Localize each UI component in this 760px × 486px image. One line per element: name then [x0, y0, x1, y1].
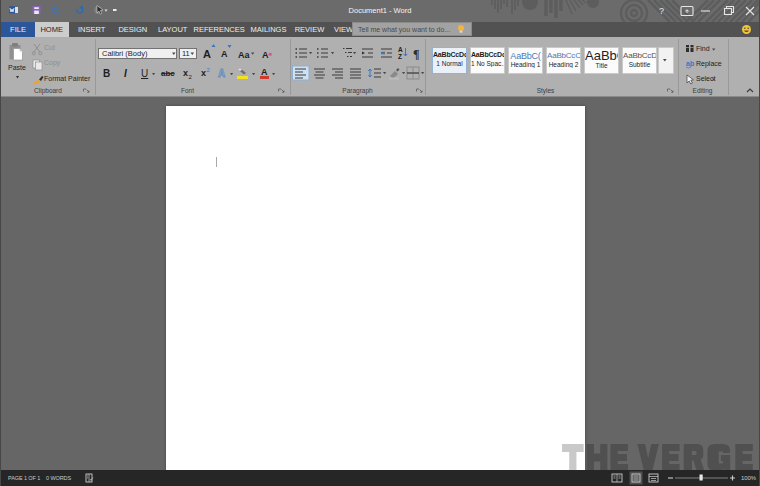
svg-text:x: x	[201, 68, 206, 78]
svg-text:U: U	[141, 68, 148, 79]
svg-text:x: x	[183, 68, 188, 78]
svg-text:¶: ¶	[413, 47, 419, 61]
svg-text:abc: abc	[161, 69, 175, 78]
svg-text:Aa: Aa	[238, 50, 250, 60]
svg-text:I: I	[124, 68, 127, 79]
svg-text:B: B	[103, 68, 110, 79]
svg-text:A: A	[221, 49, 228, 59]
svg-text:A: A	[261, 67, 268, 77]
svg-text:?: ?	[659, 6, 664, 16]
svg-text:2: 2	[189, 74, 193, 80]
svg-text:A: A	[262, 50, 269, 60]
svg-text:A: A	[218, 68, 225, 79]
svg-text:2: 2	[207, 67, 211, 73]
svg-text:A: A	[203, 48, 211, 60]
svg-text:Z: Z	[398, 53, 402, 60]
